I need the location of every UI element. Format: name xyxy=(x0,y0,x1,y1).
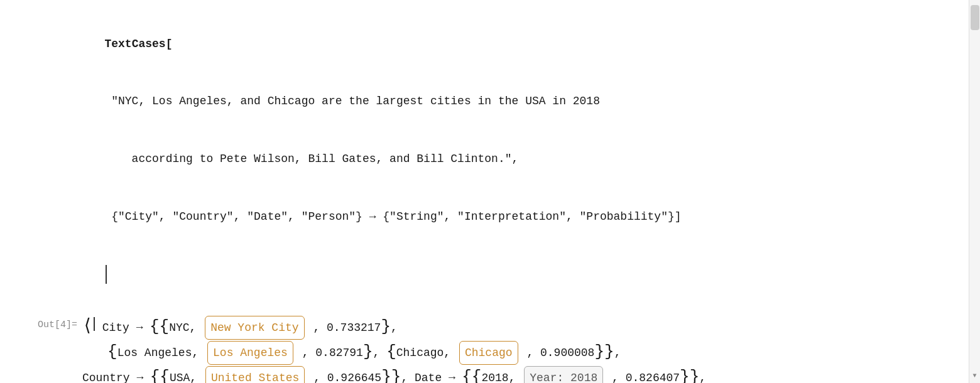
inner-curly-close3: } xyxy=(594,343,604,360)
nyc-tagged: New York City xyxy=(205,316,304,340)
vertical-bar-left xyxy=(94,317,95,331)
country-outer-open: { xyxy=(150,369,160,383)
scrollbar-thumb[interactable] xyxy=(971,5,979,30)
usa-tagged: United States xyxy=(205,366,305,383)
output-body: ⟨ City → { { NYC, New York City , 0.7332… xyxy=(82,316,969,383)
chicago-tagged: Chicago xyxy=(459,341,518,365)
function-name: TextCases[ xyxy=(104,38,172,50)
la-tagged: Los Angeles xyxy=(207,341,293,365)
code-line-4: {"City", "Country", "Date", "Person"} → … xyxy=(50,188,969,245)
nyc-raw: NYC, xyxy=(169,317,203,338)
main-content: TextCases[ "NYC, Los Angeles, and Chicag… xyxy=(0,0,969,383)
code-line-3: according to Pete Wilson, Bill Gates, an… xyxy=(50,131,969,188)
city-key: City xyxy=(102,317,129,338)
inner-curly-open2: { xyxy=(107,343,117,360)
date-outer-close: } xyxy=(690,369,700,383)
code-line-1: TextCases[ xyxy=(50,15,969,73)
nyc-prob: , 0.733217 xyxy=(307,317,381,338)
chicago-raw: Chicago, xyxy=(396,342,457,364)
comma2: , xyxy=(373,342,387,364)
outer-curly-open1: { xyxy=(150,318,160,335)
cursor-line xyxy=(50,245,969,303)
inner-curly-close1: } xyxy=(381,318,391,335)
input-section: TextCases[ "NYC, Los Angeles, and Chicag… xyxy=(38,15,969,303)
output-label: Out[4]= xyxy=(38,316,82,330)
usa-raw: USA, xyxy=(170,367,204,383)
output-row-city1: ⟨ City → { { NYC, New York City , 0.7332… xyxy=(82,316,969,340)
scrollbar-arrow-down[interactable]: ▼ xyxy=(971,370,979,380)
output-row-city2: { Los Angeles, Los Angeles , 0.82791 } ,… xyxy=(82,341,969,365)
input-line3: {"City", "Country", "Date", "Person"} → … xyxy=(111,210,681,223)
date-outer-open: { xyxy=(462,369,472,383)
city-arrow: → xyxy=(131,316,148,338)
country-inner-open: { xyxy=(160,369,170,383)
comma1: , xyxy=(391,317,398,338)
inner-curly-close2: } xyxy=(363,343,373,360)
la-raw: Los Angeles, xyxy=(117,342,205,364)
date-inner-close: } xyxy=(680,369,690,383)
inner-curly-open3: { xyxy=(386,343,396,360)
year-raw: 2018, xyxy=(481,367,522,383)
open-angle-bracket: ⟨ xyxy=(82,318,93,335)
page: TextCases[ "NYC, Los Angeles, and Chicag… xyxy=(0,0,980,383)
la-prob: , 0.82791 xyxy=(295,342,363,364)
usa-prob: , 0.926645 xyxy=(307,367,381,383)
output-section: Out[4]= ⟨ City → { { NYC, New York City … xyxy=(38,316,969,383)
chicago-prob: , 0.900008 xyxy=(520,342,595,364)
outer-curly-close1: } xyxy=(604,343,614,360)
country-arrow: → xyxy=(131,367,149,383)
date-comma: , xyxy=(699,367,706,383)
input-line2: according to Pete Wilson, Bill Gates, an… xyxy=(111,153,518,165)
scrollbar[interactable]: ▼ xyxy=(969,0,980,383)
year-tagged: Year: 2018 xyxy=(524,366,603,383)
cursor-bar xyxy=(106,265,107,284)
country-inner-close: } xyxy=(381,369,391,383)
country-key: Country xyxy=(82,367,130,383)
date-key: Date xyxy=(415,367,442,383)
country-outer-close: } xyxy=(391,369,401,383)
comma3: , xyxy=(614,342,621,364)
inner-curly-open1: { xyxy=(160,318,170,335)
country-comma: , xyxy=(401,367,415,383)
year-prob: , 0.826407 xyxy=(605,367,680,383)
code-line-2: "NYC, Los Angeles, and Chicago are the l… xyxy=(50,73,969,131)
output-row-country-date: Country → { { USA, United States , 0.926… xyxy=(82,366,969,383)
date-inner-open: { xyxy=(472,369,482,383)
input-line1: "NYC, Los Angeles, and Chicago are the l… xyxy=(111,95,600,107)
date-arrow: → xyxy=(443,367,460,383)
